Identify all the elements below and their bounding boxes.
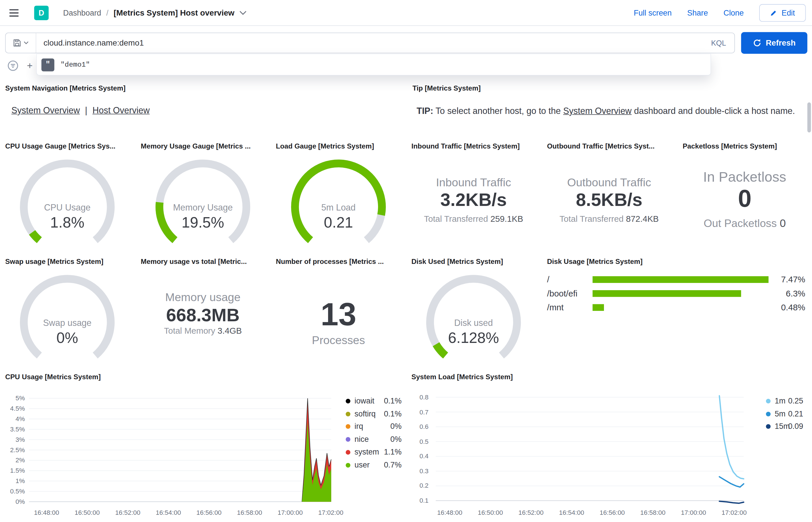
y-axis-label: 3.5% bbox=[2, 426, 25, 433]
legend-series-value: 0% bbox=[346, 435, 402, 443]
legend-item-softirq[interactable]: softirq0.1% bbox=[346, 409, 402, 419]
scrollbar-thumb[interactable] bbox=[807, 102, 811, 133]
legend-item-5m[interactable]: 5m0.21 bbox=[766, 409, 803, 419]
y-axis-label: 2.5% bbox=[2, 446, 25, 454]
value-suggestion-icon: " bbox=[41, 58, 54, 71]
x-axis-label: 17:02:00 bbox=[715, 509, 753, 516]
legend-item-user[interactable]: user0.7% bbox=[346, 460, 402, 470]
y-axis-label: 0.4 bbox=[406, 453, 429, 460]
x-axis-label: 16:48:00 bbox=[27, 509, 66, 516]
y-axis-label: 0.1 bbox=[406, 497, 429, 504]
legend-item-system[interactable]: system1.1% bbox=[346, 447, 402, 458]
suggestion-item[interactable]: " "demo1" bbox=[37, 54, 710, 75]
x-axis-label: 16:50:00 bbox=[471, 509, 510, 516]
dashboard-grid: System Navigation [Metrics System] Syste… bbox=[0, 0, 812, 522]
charts-layer: 5%4.5%4%3.5%3%2.5%2%1.5%1%0.5%0%16:48:00… bbox=[0, 0, 812, 522]
y-axis-label: 4% bbox=[2, 415, 25, 422]
x-axis-label: 17:00:00 bbox=[271, 509, 309, 516]
y-axis-label: 0.7 bbox=[406, 408, 429, 416]
legend-item-irq[interactable]: irq0% bbox=[346, 422, 402, 432]
y-axis-label: 1% bbox=[2, 477, 25, 484]
legend-series-value: 0.09 bbox=[766, 422, 803, 430]
x-axis-label: 17:02:00 bbox=[312, 509, 350, 516]
legend-series-value: 0.7% bbox=[346, 460, 402, 469]
y-axis-label: 0% bbox=[2, 498, 25, 505]
y-axis-label: 0.6 bbox=[406, 423, 429, 430]
x-axis-label: 16:58:00 bbox=[231, 509, 269, 516]
x-axis-label: 16:56:00 bbox=[190, 509, 228, 516]
x-axis-label: 16:52:00 bbox=[108, 509, 147, 516]
y-axis-label: 0.3 bbox=[406, 467, 429, 475]
legend-series-value: 1.1% bbox=[346, 447, 402, 456]
x-axis-label: 16:58:00 bbox=[634, 509, 672, 516]
y-axis-label: 0.5% bbox=[2, 488, 25, 495]
chart-plot-area bbox=[436, 397, 744, 501]
y-axis-label: 5% bbox=[2, 395, 25, 402]
x-axis-label: 16:56:00 bbox=[593, 509, 631, 516]
chart-plot-area bbox=[29, 398, 331, 502]
legend-series-value: 0.25 bbox=[766, 396, 803, 405]
legend-series-value: 0.21 bbox=[766, 409, 803, 418]
suggestion-text: "demo1" bbox=[61, 61, 90, 68]
legend-item-1m[interactable]: 1m0.25 bbox=[766, 396, 803, 407]
y-axis-label: 0.5 bbox=[406, 438, 429, 445]
y-axis-label: 0.2 bbox=[406, 482, 429, 489]
x-axis-label: 16:54:00 bbox=[553, 509, 591, 516]
legend-item-nice[interactable]: nice0% bbox=[346, 435, 402, 445]
y-axis-label: 1.5% bbox=[2, 467, 25, 475]
legend-item-15m[interactable]: 15m0.09 bbox=[766, 422, 803, 432]
x-axis-label: 16:54:00 bbox=[149, 509, 187, 516]
y-axis-label: 2% bbox=[2, 457, 25, 464]
legend-series-value: 0.1% bbox=[346, 396, 402, 405]
x-axis-label: 17:00:00 bbox=[674, 509, 713, 516]
y-axis-label: 0.8 bbox=[406, 394, 429, 401]
x-axis-label: 16:50:00 bbox=[68, 509, 106, 516]
x-axis-label: 16:48:00 bbox=[431, 509, 469, 516]
query-suggestion-popover: " "demo1" bbox=[36, 54, 711, 76]
y-axis-label: 4.5% bbox=[2, 405, 25, 412]
legend-series-value: 0% bbox=[346, 422, 402, 430]
legend-series-value: 0.1% bbox=[346, 409, 402, 418]
kibana-dashboard-page: D Dashboard / [Metrics System] Host over… bbox=[0, 0, 812, 522]
legend-item-iowait[interactable]: iowait0.1% bbox=[346, 396, 402, 407]
y-axis-label: 3% bbox=[2, 436, 25, 443]
x-axis-label: 16:52:00 bbox=[512, 509, 550, 516]
